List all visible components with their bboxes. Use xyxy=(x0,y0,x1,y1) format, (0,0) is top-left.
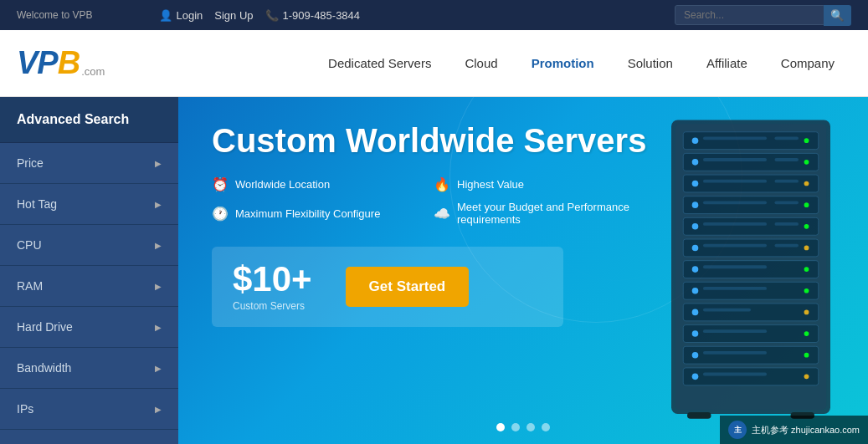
svg-rect-20 xyxy=(775,201,799,204)
chevron-right-icon: ▶ xyxy=(155,159,162,168)
svg-point-53 xyxy=(692,373,699,380)
watermark-badge: 主 主机参考 zhujicankao.com xyxy=(720,416,868,444)
nav-affiliate[interactable]: Affiliate xyxy=(690,48,764,79)
sidebar-cpu-label: CPU xyxy=(17,238,42,252)
svg-point-18 xyxy=(692,202,699,208)
sidebar-hottag-label: Hot Tag xyxy=(17,197,57,211)
sidebar-item-bandwidth[interactable]: Bandwidth ▶ xyxy=(0,348,178,389)
feature-flexibility: 🕐 Maximum Flexibility Configure xyxy=(212,201,408,226)
svg-point-37 xyxy=(692,287,699,293)
svg-point-11 xyxy=(804,160,809,165)
svg-rect-17 xyxy=(683,196,819,213)
svg-rect-56 xyxy=(687,412,711,419)
feature-value: 🔥 Highest Value xyxy=(434,176,630,192)
badge-text: 主机参考 zhujicankao.com xyxy=(752,424,860,436)
svg-rect-25 xyxy=(775,222,799,226)
sidebar-item-price[interactable]: Price ▶ xyxy=(0,143,178,184)
sidebar-bandwidth-label: Bandwidth xyxy=(17,361,71,375)
sidebar-header: Advanced Search xyxy=(0,97,178,143)
svg-point-55 xyxy=(804,374,809,379)
sidebar-item-ips[interactable]: IPs ▶ xyxy=(0,389,178,430)
svg-rect-32 xyxy=(683,260,819,278)
search-button[interactable]: 🔍 xyxy=(824,5,851,26)
logo-text: VPB xyxy=(17,45,80,81)
signup-link[interactable]: Sign Up xyxy=(214,9,253,22)
svg-point-39 xyxy=(804,288,809,293)
svg-rect-15 xyxy=(775,179,799,182)
logo[interactable]: VPB .com xyxy=(17,45,105,81)
svg-point-43 xyxy=(804,309,809,314)
login-link[interactable]: 👤 Login xyxy=(159,9,203,22)
chevron-right-icon: ▶ xyxy=(155,241,162,250)
nav-dedicated[interactable]: Dedicated Servers xyxy=(311,48,448,79)
sidebar-harddrive-label: Hard Drive xyxy=(17,320,73,334)
chevron-right-icon: ▶ xyxy=(155,323,162,332)
dot-3[interactable] xyxy=(526,423,535,431)
nav-cloud[interactable]: Cloud xyxy=(448,48,514,79)
svg-rect-27 xyxy=(683,239,819,257)
svg-point-41 xyxy=(692,309,699,315)
svg-rect-14 xyxy=(703,179,767,182)
feature-worldwide: ⏰ Worldwide Location xyxy=(212,176,408,192)
feature-flexibility-text: Maximum Flexibility Configure xyxy=(235,207,380,220)
sidebar-item-cpu[interactable]: CPU ▶ xyxy=(0,225,178,266)
top-bar: Welcome to VPB 👤 Login Sign Up 📞 1-909-4… xyxy=(0,0,868,30)
nav-promotion[interactable]: Promotion xyxy=(515,48,611,79)
chevron-right-icon: ▶ xyxy=(155,405,162,414)
logo-com: .com xyxy=(81,65,105,78)
hero-price-sub: Custom Servers xyxy=(233,300,329,312)
sidebar-item-ram[interactable]: RAM ▶ xyxy=(0,266,178,307)
chevron-right-icon: ▶ xyxy=(155,364,162,373)
dot-2[interactable] xyxy=(511,423,520,431)
dot-1[interactable] xyxy=(496,423,505,431)
badge-icon: 主 xyxy=(728,421,747,439)
sidebar-ips-label: IPs xyxy=(17,402,33,416)
feature-budget-text: Meet your Budget and Performance require… xyxy=(457,201,630,226)
svg-rect-48 xyxy=(683,346,819,364)
welcome-text: Welcome to VPB xyxy=(17,9,92,21)
svg-rect-34 xyxy=(703,265,767,268)
hero-title: Custom Worldwide Servers xyxy=(212,122,835,160)
svg-point-31 xyxy=(804,245,809,250)
search-area: 🔍 xyxy=(675,5,851,26)
svg-rect-24 xyxy=(703,222,767,226)
svg-rect-52 xyxy=(683,367,819,385)
carousel-dots xyxy=(496,423,550,431)
nav-company[interactable]: Company xyxy=(764,48,851,79)
phone-number: 📞 1-909-485-3844 xyxy=(265,9,361,22)
sidebar-ram-label: RAM xyxy=(17,279,43,293)
nav-links: Dedicated Servers Cloud Promotion Soluti… xyxy=(146,48,851,79)
svg-point-49 xyxy=(692,351,699,358)
search-input[interactable] xyxy=(675,5,825,25)
feature-budget: ☁️ Meet your Budget and Performance requ… xyxy=(434,201,630,226)
main-layout: Advanced Search Price ▶ Hot Tag ▶ CPU ▶ … xyxy=(0,97,868,444)
sidebar-item-harddrive[interactable]: Hard Drive ▶ xyxy=(0,307,178,348)
dot-4[interactable] xyxy=(542,423,550,431)
svg-rect-38 xyxy=(703,287,767,290)
sidebar: Advanced Search Price ▶ Hot Tag ▶ CPU ▶ … xyxy=(0,97,178,444)
sidebar-price-label: Price xyxy=(17,156,44,170)
svg-point-21 xyxy=(804,202,809,207)
fire-icon: 🔥 xyxy=(434,176,450,192)
sidebar-item-hottag[interactable]: Hot Tag ▶ xyxy=(0,184,178,225)
hero-section: Custom Worldwide Servers ⏰ Worldwide Loc… xyxy=(178,97,868,444)
svg-rect-19 xyxy=(703,201,767,204)
svg-point-33 xyxy=(692,266,699,273)
chevron-right-icon: ▶ xyxy=(155,282,162,291)
svg-rect-54 xyxy=(703,372,767,375)
clock2-icon: 🕐 xyxy=(212,206,229,222)
phone-icon: 📞 xyxy=(265,9,279,22)
nav-solution[interactable]: Solution xyxy=(611,48,690,79)
feature-value-text: Highest Value xyxy=(457,178,524,191)
svg-point-47 xyxy=(804,331,809,336)
svg-point-26 xyxy=(804,223,809,228)
feature-worldwide-text: Worldwide Location xyxy=(235,178,330,191)
get-started-button[interactable]: Get Started xyxy=(346,267,470,307)
cloud-icon: ☁️ xyxy=(434,206,450,222)
svg-point-16 xyxy=(804,181,809,186)
svg-rect-50 xyxy=(703,350,767,354)
svg-rect-46 xyxy=(703,329,767,333)
svg-rect-40 xyxy=(683,303,819,320)
svg-point-45 xyxy=(692,330,699,337)
svg-rect-44 xyxy=(683,324,819,342)
